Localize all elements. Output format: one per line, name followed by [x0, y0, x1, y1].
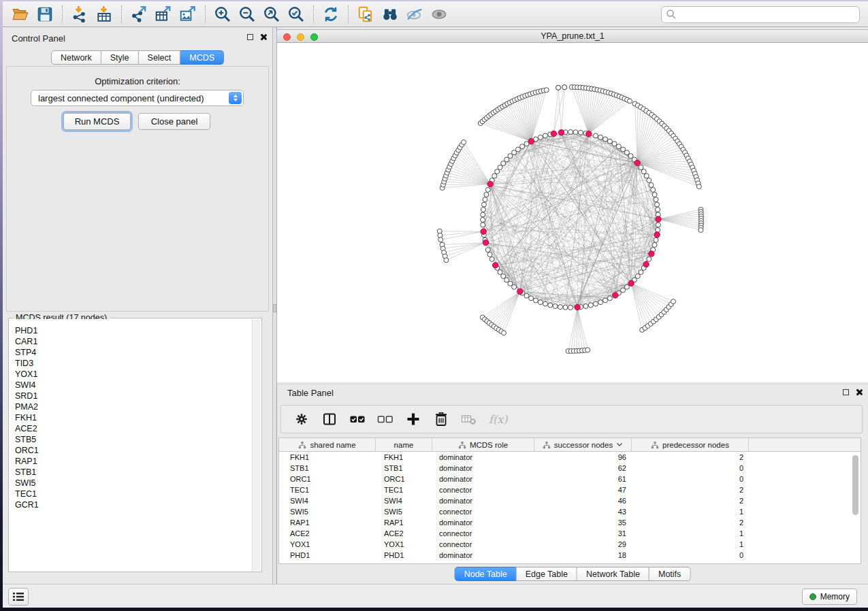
close-panel-icon[interactable]	[855, 389, 863, 396]
tab-network[interactable]: Network	[51, 50, 101, 65]
mcds-list-scrollbar[interactable]	[252, 319, 261, 571]
mcds-result-item[interactable]: ORC1	[10, 445, 252, 456]
zoom-out-button[interactable]	[235, 3, 259, 25]
zoom-selected-button[interactable]	[284, 3, 308, 25]
table-panel: Table Panel	[277, 385, 868, 584]
mcds-result-item[interactable]: YOX1	[10, 369, 252, 380]
column-header-name[interactable]: name	[376, 438, 432, 451]
table-cell: 0	[632, 463, 749, 474]
table-row[interactable]: SWI4SWI4dominator462	[279, 495, 861, 506]
hide-selected-button[interactable]	[402, 3, 427, 25]
column-header-label: name	[394, 441, 414, 449]
mcds-result-item[interactable]: STB5	[10, 434, 252, 445]
mcds-result-item[interactable]: ACE2	[10, 423, 252, 434]
tab-mcds[interactable]: MCDS	[180, 50, 224, 65]
table-cell: 35	[534, 517, 632, 528]
delete-table-button[interactable]	[461, 411, 477, 427]
shared-column-tree-icon	[651, 441, 659, 449]
column-header-label: predecessor nodes	[662, 441, 729, 449]
add-column-button[interactable]	[405, 411, 421, 427]
mcds-result-item[interactable]: FKH1	[10, 412, 252, 423]
zoom-in-button[interactable]	[210, 3, 235, 25]
table-row[interactable]: ACE2ACE2connector311	[279, 528, 861, 539]
run-mcds-button[interactable]: Run MCDS	[63, 113, 131, 130]
splitter-handle[interactable]	[273, 304, 276, 312]
memory-button[interactable]: Memory	[802, 589, 857, 605]
mcds-result-item[interactable]: STP4	[10, 347, 252, 358]
float-panel-icon[interactable]	[843, 389, 849, 395]
table-row[interactable]: YOX1YOX1connector291	[279, 539, 861, 550]
column-header-successor-nodes[interactable]: successor nodes	[534, 438, 632, 451]
function-builder-button[interactable]: f(x)	[489, 413, 507, 426]
table-row[interactable]: RAP1RAP1dominator352	[279, 517, 861, 528]
new-network-from-selection-button[interactable]	[353, 3, 378, 25]
mcds-result-item[interactable]: PHD1	[10, 325, 252, 336]
first-neighbors-button[interactable]	[378, 3, 402, 25]
mcds-result-item[interactable]: GCR1	[10, 499, 252, 510]
mcds-result-item[interactable]: SWI4	[10, 380, 252, 391]
close-panel-icon[interactable]	[259, 33, 267, 41]
mcds-result-item[interactable]: CAR1	[10, 336, 252, 347]
mcds-result-item[interactable]: STB1	[10, 467, 252, 478]
table-row[interactable]: PHD1PHD1dominator180	[279, 550, 861, 561]
zoom-fit-button[interactable]	[259, 3, 284, 25]
export-network-button[interactable]	[127, 3, 151, 25]
show-task-history-button[interactable]	[8, 588, 29, 606]
open-file-button[interactable]	[8, 3, 33, 25]
network-canvas[interactable]	[277, 43, 868, 382]
toolbar-separator	[348, 5, 349, 23]
table-cell: 2	[632, 517, 749, 528]
table-row[interactable]: TEC1TEC1connector472	[279, 484, 861, 495]
chevron-down-icon[interactable]	[616, 442, 623, 447]
tab-node-table[interactable]: Node Table	[455, 567, 517, 581]
tab-network-table[interactable]: Network Table	[577, 567, 649, 581]
table-row[interactable]: STB1STB1dominator620	[279, 463, 861, 474]
network-window-titlebar[interactable]: YPA_prune.txt_1	[277, 30, 868, 43]
table-cell: RAP1	[376, 517, 432, 528]
tab-select[interactable]: Select	[139, 50, 181, 65]
tab-edge-table[interactable]: Edge Table	[517, 567, 577, 581]
eye-icon	[430, 5, 448, 23]
mcds-result-item[interactable]: SWI5	[10, 478, 252, 489]
save-session-button[interactable]	[33, 3, 57, 25]
deselect-all-checkboxes-button[interactable]	[377, 411, 393, 427]
vertical-splitter[interactable]	[272, 27, 277, 584]
delete-columns-button[interactable]	[433, 411, 449, 427]
table-row[interactable]: SWI5SWI5connector431	[279, 506, 861, 517]
export-image-button[interactable]	[176, 3, 200, 25]
table-panel-tabs: Node TableEdge TableNetwork TableMotifs	[455, 567, 691, 581]
select-all-checkboxes-button[interactable]	[349, 411, 366, 427]
table-scrollbar[interactable]	[852, 455, 858, 515]
table-cell: ORC1	[376, 474, 432, 484]
mcds-result-group: MCDS result (17 nodes) PHD1CAR1STP4TID3Y…	[8, 318, 262, 572]
tab-style[interactable]: Style	[101, 50, 139, 65]
show-all-button[interactable]	[427, 3, 451, 25]
table-row[interactable]: ORC1ORC1dominator610	[279, 474, 861, 484]
table-cell: connector	[432, 506, 534, 517]
optimization-criterion-select[interactable]: largest connected component (undirected)	[31, 90, 244, 106]
column-header-shared-name[interactable]: shared name	[279, 438, 376, 451]
mcds-result-item[interactable]: TID3	[10, 358, 252, 369]
import-network-button[interactable]	[67, 3, 92, 25]
search-input[interactable]	[661, 6, 860, 23]
memory-label: Memory	[820, 592, 850, 601]
mcds-result-item[interactable]: TEC1	[10, 489, 252, 499]
mcds-result-item[interactable]: SRD1	[10, 391, 252, 401]
float-panel-icon[interactable]	[247, 34, 253, 40]
mcds-result-item[interactable]: PMA2	[10, 401, 252, 412]
table-row[interactable]: FKH1FKH1dominator962	[279, 452, 861, 463]
zoom-in-icon	[214, 5, 231, 23]
network-graph[interactable]	[277, 43, 868, 382]
import-table-button[interactable]	[92, 3, 116, 25]
table-options-gear-button[interactable]	[293, 411, 310, 427]
right-column: YPA_prune.txt_1 Table Panel	[277, 27, 868, 584]
column-header-predecessor-nodes[interactable]: predecessor nodes	[632, 438, 749, 451]
mcds-result-item[interactable]: RAP1	[10, 456, 252, 467]
close-panel-button[interactable]: Close panel	[138, 113, 210, 130]
export-table-button[interactable]	[151, 3, 176, 25]
refresh-layout-button[interactable]	[319, 3, 343, 25]
tab-motifs[interactable]: Motifs	[649, 567, 690, 581]
show-columns-button[interactable]	[321, 411, 338, 427]
column-header-mcds-role[interactable]: MCDS role	[432, 438, 534, 451]
table-cell: dominator	[432, 474, 534, 484]
